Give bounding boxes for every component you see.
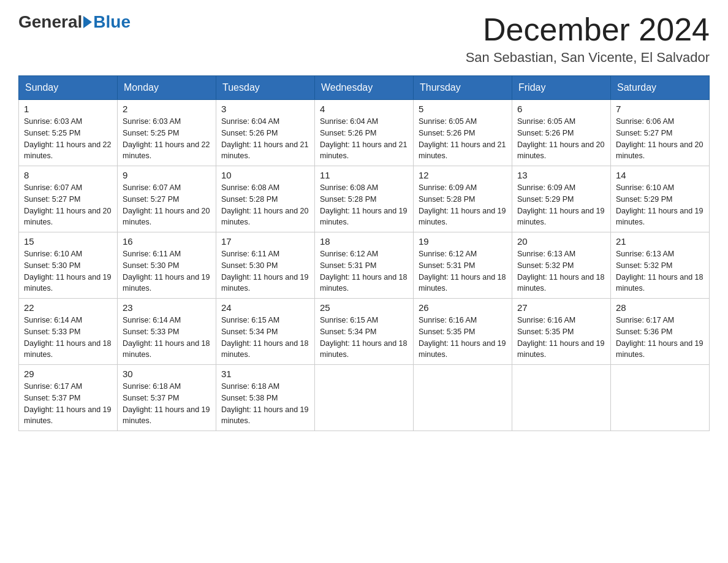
page-container: General Blue December 2024 San Sebastian…: [18, 12, 710, 431]
day-info: Sunrise: 6:15 AMSunset: 5:34 PMDaylight:…: [221, 315, 309, 361]
day-number: 2: [123, 104, 211, 114]
day-info: Sunrise: 6:10 AMSunset: 5:29 PMDaylight:…: [616, 182, 704, 228]
day-info: Sunrise: 6:15 AMSunset: 5:34 PMDaylight:…: [320, 315, 408, 361]
day-number: 10: [221, 170, 309, 180]
day-number: 11: [320, 170, 408, 180]
day-number: 18: [320, 236, 408, 247]
day-number: 19: [419, 236, 507, 247]
day-number: 8: [24, 170, 112, 180]
day-info: Sunrise: 6:13 AMSunset: 5:32 PMDaylight:…: [517, 248, 605, 294]
day-number: 24: [221, 302, 309, 313]
logo-general-text: General: [18, 12, 82, 32]
table-row: 27 Sunrise: 6:16 AMSunset: 5:35 PMDaylig…: [512, 299, 611, 365]
day-info: Sunrise: 6:05 AMSunset: 5:26 PMDaylight:…: [517, 116, 605, 162]
table-row: 29 Sunrise: 6:17 AMSunset: 5:37 PMDaylig…: [19, 365, 118, 431]
logo-blue-text: Blue: [93, 12, 131, 32]
col-saturday: Saturday: [611, 76, 710, 100]
day-info: Sunrise: 6:08 AMSunset: 5:28 PMDaylight:…: [320, 182, 408, 228]
day-info: Sunrise: 6:13 AMSunset: 5:32 PMDaylight:…: [616, 248, 704, 294]
table-row: 13 Sunrise: 6:09 AMSunset: 5:29 PMDaylig…: [512, 166, 611, 232]
table-row: [512, 365, 611, 431]
table-row: 17 Sunrise: 6:11 AMSunset: 5:30 PMDaylig…: [216, 232, 315, 299]
table-row: 14 Sunrise: 6:10 AMSunset: 5:29 PMDaylig…: [611, 166, 710, 232]
day-info: Sunrise: 6:09 AMSunset: 5:28 PMDaylight:…: [419, 182, 507, 228]
day-info: Sunrise: 6:16 AMSunset: 5:35 PMDaylight:…: [419, 315, 507, 361]
day-info: Sunrise: 6:17 AMSunset: 5:36 PMDaylight:…: [616, 315, 704, 361]
day-number: 16: [123, 236, 211, 247]
table-row: 28 Sunrise: 6:17 AMSunset: 5:36 PMDaylig…: [611, 299, 710, 365]
day-info: Sunrise: 6:03 AMSunset: 5:25 PMDaylight:…: [24, 116, 112, 162]
day-info: Sunrise: 6:10 AMSunset: 5:30 PMDaylight:…: [24, 248, 112, 294]
day-info: Sunrise: 6:07 AMSunset: 5:27 PMDaylight:…: [123, 182, 211, 228]
day-info: Sunrise: 6:14 AMSunset: 5:33 PMDaylight:…: [24, 315, 112, 361]
day-number: 26: [419, 302, 507, 313]
table-row: 20 Sunrise: 6:13 AMSunset: 5:32 PMDaylig…: [512, 232, 611, 299]
day-number: 31: [221, 369, 309, 379]
calendar-week-row: 1 Sunrise: 6:03 AMSunset: 5:25 PMDayligh…: [19, 100, 710, 166]
day-info: Sunrise: 6:07 AMSunset: 5:27 PMDaylight:…: [24, 182, 112, 228]
table-row: 16 Sunrise: 6:11 AMSunset: 5:30 PMDaylig…: [118, 232, 216, 299]
day-number: 21: [616, 236, 704, 247]
day-number: 13: [517, 170, 605, 180]
table-row: 5 Sunrise: 6:05 AMSunset: 5:26 PMDayligh…: [414, 100, 512, 166]
table-row: 31 Sunrise: 6:18 AMSunset: 5:38 PMDaylig…: [216, 365, 315, 431]
col-friday: Friday: [512, 76, 611, 100]
day-number: 20: [517, 236, 605, 247]
table-row: 3 Sunrise: 6:04 AMSunset: 5:26 PMDayligh…: [216, 100, 315, 166]
calendar-week-row: 22 Sunrise: 6:14 AMSunset: 5:33 PMDaylig…: [19, 299, 710, 365]
day-info: Sunrise: 6:18 AMSunset: 5:37 PMDaylight:…: [123, 381, 211, 427]
day-info: Sunrise: 6:05 AMSunset: 5:26 PMDaylight:…: [419, 116, 507, 162]
day-info: Sunrise: 6:18 AMSunset: 5:38 PMDaylight:…: [221, 381, 309, 427]
calendar-week-row: 15 Sunrise: 6:10 AMSunset: 5:30 PMDaylig…: [19, 232, 710, 299]
header: General Blue December 2024 San Sebastian…: [18, 12, 710, 66]
table-row: 19 Sunrise: 6:12 AMSunset: 5:31 PMDaylig…: [414, 232, 512, 299]
table-row: 12 Sunrise: 6:09 AMSunset: 5:28 PMDaylig…: [414, 166, 512, 232]
logo: General Blue: [18, 12, 131, 32]
table-row: 8 Sunrise: 6:07 AMSunset: 5:27 PMDayligh…: [19, 166, 118, 232]
table-row: 15 Sunrise: 6:10 AMSunset: 5:30 PMDaylig…: [19, 232, 118, 299]
table-row: 7 Sunrise: 6:06 AMSunset: 5:27 PMDayligh…: [611, 100, 710, 166]
table-row: 18 Sunrise: 6:12 AMSunset: 5:31 PMDaylig…: [315, 232, 414, 299]
day-number: 6: [517, 104, 605, 114]
table-row: 23 Sunrise: 6:14 AMSunset: 5:33 PMDaylig…: [118, 299, 216, 365]
day-info: Sunrise: 6:12 AMSunset: 5:31 PMDaylight:…: [320, 248, 408, 294]
day-info: Sunrise: 6:12 AMSunset: 5:31 PMDaylight:…: [419, 248, 507, 294]
col-sunday: Sunday: [19, 76, 118, 100]
table-row: 24 Sunrise: 6:15 AMSunset: 5:34 PMDaylig…: [216, 299, 315, 365]
table-row: 11 Sunrise: 6:08 AMSunset: 5:28 PMDaylig…: [315, 166, 414, 232]
title-area: December 2024 San Sebastian, San Vicente…: [466, 12, 710, 66]
day-number: 9: [123, 170, 211, 180]
day-number: 4: [320, 104, 408, 114]
location-title: San Sebastian, San Vicente, El Salvador: [466, 50, 710, 66]
day-number: 17: [221, 236, 309, 247]
calendar-week-row: 8 Sunrise: 6:07 AMSunset: 5:27 PMDayligh…: [19, 166, 710, 232]
table-row: 21 Sunrise: 6:13 AMSunset: 5:32 PMDaylig…: [611, 232, 710, 299]
day-number: 7: [616, 104, 704, 114]
day-number: 15: [24, 236, 112, 247]
day-info: Sunrise: 6:11 AMSunset: 5:30 PMDaylight:…: [123, 248, 211, 294]
day-number: 22: [24, 302, 112, 313]
day-info: Sunrise: 6:09 AMSunset: 5:29 PMDaylight:…: [517, 182, 605, 228]
day-number: 12: [419, 170, 507, 180]
table-row: 2 Sunrise: 6:03 AMSunset: 5:25 PMDayligh…: [118, 100, 216, 166]
col-tuesday: Tuesday: [216, 76, 315, 100]
day-info: Sunrise: 6:16 AMSunset: 5:35 PMDaylight:…: [517, 315, 605, 361]
month-title: December 2024: [466, 12, 710, 47]
col-wednesday: Wednesday: [315, 76, 414, 100]
table-row: [414, 365, 512, 431]
table-row: [315, 365, 414, 431]
table-row: 1 Sunrise: 6:03 AMSunset: 5:25 PMDayligh…: [19, 100, 118, 166]
day-info: Sunrise: 6:08 AMSunset: 5:28 PMDaylight:…: [221, 182, 309, 228]
day-number: 5: [419, 104, 507, 114]
table-row: 6 Sunrise: 6:05 AMSunset: 5:26 PMDayligh…: [512, 100, 611, 166]
day-number: 28: [616, 302, 704, 313]
table-row: 26 Sunrise: 6:16 AMSunset: 5:35 PMDaylig…: [414, 299, 512, 365]
day-info: Sunrise: 6:04 AMSunset: 5:26 PMDaylight:…: [221, 116, 309, 162]
day-number: 29: [24, 369, 112, 379]
table-row: 10 Sunrise: 6:08 AMSunset: 5:28 PMDaylig…: [216, 166, 315, 232]
calendar-week-row: 29 Sunrise: 6:17 AMSunset: 5:37 PMDaylig…: [19, 365, 710, 431]
day-number: 27: [517, 302, 605, 313]
table-row: 9 Sunrise: 6:07 AMSunset: 5:27 PMDayligh…: [118, 166, 216, 232]
day-info: Sunrise: 6:03 AMSunset: 5:25 PMDaylight:…: [123, 116, 211, 162]
table-row: 4 Sunrise: 6:04 AMSunset: 5:26 PMDayligh…: [315, 100, 414, 166]
